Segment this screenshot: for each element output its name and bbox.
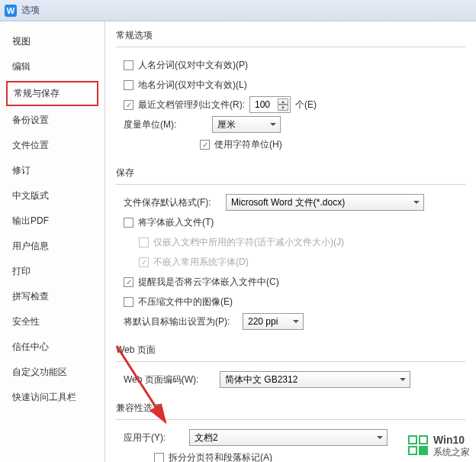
select-default-output[interactable]: 220 ppi	[243, 313, 304, 330]
sidebar-item-backup[interactable]: 备份设置	[6, 109, 98, 131]
label-person-split: 人名分词(仅对中文有效)(P)	[138, 59, 248, 72]
label-default-format: 文件保存默认格式(F):	[124, 196, 221, 209]
select-apply-to[interactable]: 文档2	[189, 429, 388, 446]
select-measure-unit[interactable]: 厘米	[212, 116, 281, 133]
label-embed-used-only: 仅嵌入文档中所用的字符(适于减小文件大小)(J)	[153, 236, 344, 249]
select-default-format[interactable]: Microsoft Word 文件(*.docx)	[226, 194, 424, 211]
label-web-encoding: Web 页面编码(W):	[124, 373, 215, 386]
spinner-value: 100	[255, 99, 270, 110]
checkbox-embed-used-only	[139, 237, 149, 247]
spinner-up-icon[interactable]: ▲	[278, 99, 288, 105]
label-use-char-unit: 使用字符单位(H)	[214, 138, 282, 151]
label-split-page: 拆分分页符和段落标记(A)	[169, 451, 272, 463]
select-default-format-value: Microsoft Word 文件(*.docx)	[231, 196, 345, 209]
group-title-general: 常规选项	[116, 29, 465, 42]
checkbox-no-embed-system	[139, 257, 149, 267]
sidebar-item-output-pdf[interactable]: 输出PDF	[6, 210, 98, 232]
label-recent-files: 最近文档管理列出文件(R):	[138, 99, 245, 111]
sidebar: 视图 编辑 常规与保存 备份设置 文件位置 修订 中文版式 输出PDF 用户信息…	[0, 21, 105, 462]
select-apply-to-value: 文档2	[195, 431, 218, 444]
sidebar-item-chinese-layout[interactable]: 中文版式	[6, 185, 98, 207]
select-web-encoding[interactable]: 简体中文 GB2312	[220, 371, 410, 388]
label-remind-cloud: 提醒我是否将云字体嵌入文件中(C)	[138, 276, 279, 289]
select-measure-unit-value: 厘米	[217, 118, 236, 131]
sidebar-item-revision[interactable]: 修订	[6, 160, 98, 182]
checkbox-use-char-unit[interactable]	[200, 140, 210, 150]
sidebar-item-trust-center[interactable]: 信任中心	[6, 336, 98, 358]
checkbox-embed-fonts[interactable]	[124, 218, 133, 228]
sidebar-item-quick-access[interactable]: 快速访问工具栏	[6, 386, 98, 409]
spinner-down-icon[interactable]: ▼	[278, 105, 288, 111]
label-no-embed-system: 不嵌入常用系统字体(D)	[153, 256, 249, 269]
label-place-split: 地名分词(仅对中文有效)(L)	[138, 79, 247, 92]
sidebar-item-user-info[interactable]: 用户信息	[6, 235, 98, 257]
label-apply-to: 应用于(Y):	[124, 431, 185, 444]
label-measure-unit: 度量单位(M):	[124, 118, 207, 131]
group-title-save: 保存	[116, 166, 465, 179]
label-embed-fonts: 将字体嵌入文件(T)	[138, 216, 214, 229]
sidebar-item-file-location[interactable]: 文件位置	[6, 134, 98, 157]
group-title-compat: 兼容性选项	[116, 402, 465, 415]
label-recent-suffix: 个(E)	[295, 99, 317, 111]
sidebar-item-customize-ribbon[interactable]: 自定义功能区	[6, 361, 98, 383]
checkbox-split-page[interactable]	[154, 453, 164, 463]
sidebar-item-view[interactable]: 视图	[6, 31, 98, 53]
group-title-web: Web 页面	[116, 344, 465, 357]
select-default-output-value: 220 ppi	[248, 316, 278, 327]
select-web-encoding-value: 简体中文 GB2312	[225, 373, 298, 386]
watermark: Win10 系统之家	[407, 434, 470, 457]
checkbox-recent-files[interactable]	[124, 100, 133, 110]
spinner-recent-count[interactable]: 100 ▲▼	[249, 96, 291, 113]
label-no-compress-img: 不压缩文件中的图像(E)	[138, 296, 233, 309]
content-panel: 常规选项 人名分词(仅对中文有效)(P) 地名分词(仅对中文有效)(L) 最近文…	[105, 21, 476, 462]
checkbox-no-compress-img[interactable]	[124, 297, 133, 307]
sidebar-item-print[interactable]: 打印	[6, 260, 98, 283]
window-title: 选项	[21, 4, 40, 17]
app-icon: W	[5, 5, 17, 17]
label-default-output: 将默认目标输出设置为(P):	[124, 315, 238, 328]
checkbox-remind-cloud[interactable]	[124, 277, 133, 287]
watermark-line2: 系统之家	[433, 447, 470, 457]
watermark-icon	[407, 435, 429, 456]
sidebar-item-spell-check[interactable]: 拼写检查	[6, 286, 98, 308]
sidebar-item-edit[interactable]: 编辑	[6, 56, 98, 78]
sidebar-item-security[interactable]: 安全性	[6, 311, 98, 333]
sidebar-item-general-save[interactable]: 常规与保存	[6, 81, 98, 106]
checkbox-person-split[interactable]	[124, 60, 133, 70]
checkbox-place-split[interactable]	[124, 80, 133, 90]
watermark-line1: Win10	[433, 434, 470, 447]
